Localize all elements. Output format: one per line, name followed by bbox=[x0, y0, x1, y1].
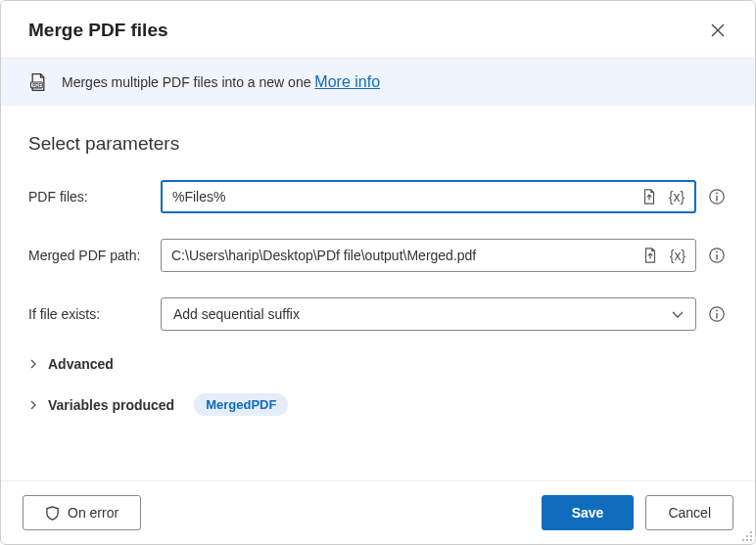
variables-label: Variables produced bbox=[48, 397, 174, 413]
info-icon bbox=[708, 188, 726, 205]
footer-right: Save Cancel bbox=[542, 495, 733, 530]
row-merged-path: Merged PDF path: {x} bbox=[28, 239, 728, 272]
file-arrow-icon bbox=[641, 247, 659, 264]
svg-point-9 bbox=[746, 535, 748, 537]
svg-point-8 bbox=[750, 531, 752, 533]
pdf-file-icon: PDF bbox=[28, 72, 48, 92]
if-exists-value: Add sequential suffix bbox=[162, 306, 670, 322]
banner-text-wrap: Merges multiple PDF files into a new one… bbox=[62, 73, 380, 91]
section-title: Select parameters bbox=[28, 133, 728, 155]
label-if-exists: If file exists: bbox=[28, 306, 161, 322]
variable-picker-button[interactable]: {x} bbox=[666, 244, 689, 267]
label-merged-path: Merged PDF path: bbox=[28, 248, 161, 263]
variable-icon: {x} bbox=[669, 189, 685, 204]
dialog-footer: On error Save Cancel bbox=[1, 480, 755, 544]
label-pdf-files: PDF files: bbox=[28, 189, 161, 204]
merge-pdf-dialog: Merge PDF files PDF Merges multiple PDF … bbox=[0, 0, 756, 545]
dialog-header: Merge PDF files bbox=[1, 1, 755, 59]
info-icon bbox=[708, 247, 726, 264]
variables-expander[interactable]: Variables produced MergedPDF bbox=[28, 393, 728, 416]
info-icon bbox=[708, 305, 726, 323]
chevron-right-icon bbox=[28, 400, 38, 410]
svg-point-7 bbox=[716, 310, 718, 312]
info-banner: PDF Merges multiple PDF files into a new… bbox=[1, 59, 755, 106]
svg-point-11 bbox=[742, 539, 744, 541]
info-button-merged-path[interactable] bbox=[706, 245, 728, 266]
variable-icon: {x} bbox=[670, 248, 685, 263]
variable-picker-button[interactable]: {x} bbox=[665, 185, 688, 208]
input-wrap-merged-path: {x} bbox=[161, 239, 696, 272]
cancel-button[interactable]: Cancel bbox=[645, 495, 733, 530]
svg-point-10 bbox=[750, 535, 752, 537]
merged-path-input[interactable] bbox=[162, 240, 638, 271]
dialog-title: Merge PDF files bbox=[28, 20, 168, 41]
on-error-button[interactable]: On error bbox=[23, 495, 141, 530]
dialog-body: Select parameters PDF files: {x} Merge bbox=[1, 106, 755, 480]
svg-point-12 bbox=[746, 539, 748, 541]
info-button-pdf-files[interactable] bbox=[706, 186, 728, 207]
file-picker-button[interactable] bbox=[638, 185, 661, 208]
pdf-files-input[interactable] bbox=[163, 182, 638, 211]
variable-chip[interactable]: MergedPDF bbox=[194, 393, 288, 416]
row-if-exists: If file exists: Add sequential suffix bbox=[28, 297, 728, 331]
chevron-down-icon bbox=[670, 306, 685, 322]
input-actions-merged-path: {x} bbox=[638, 244, 695, 267]
more-info-link[interactable]: More info bbox=[314, 73, 380, 90]
file-picker-button[interactable] bbox=[638, 244, 662, 267]
advanced-label: Advanced bbox=[48, 356, 114, 372]
file-arrow-icon bbox=[640, 188, 658, 205]
svg-text:PDF: PDF bbox=[32, 83, 41, 88]
shield-icon bbox=[45, 506, 60, 521]
svg-point-13 bbox=[750, 539, 752, 541]
svg-point-3 bbox=[716, 193, 718, 195]
input-actions-pdf-files: {x} bbox=[638, 185, 694, 208]
info-button-if-exists[interactable] bbox=[706, 303, 728, 325]
if-exists-select[interactable]: Add sequential suffix bbox=[161, 297, 696, 331]
input-wrap-pdf-files: {x} bbox=[161, 180, 696, 213]
chevron-right-icon bbox=[28, 359, 38, 369]
advanced-expander[interactable]: Advanced bbox=[28, 356, 728, 372]
on-error-label: On error bbox=[68, 505, 118, 521]
svg-point-5 bbox=[716, 251, 718, 253]
banner-text: Merges multiple PDF files into a new one bbox=[62, 74, 314, 90]
close-button[interactable] bbox=[704, 17, 732, 44]
resize-grip-icon[interactable] bbox=[741, 530, 753, 542]
save-button[interactable]: Save bbox=[542, 495, 635, 530]
row-pdf-files: PDF files: {x} bbox=[28, 180, 728, 213]
close-icon bbox=[711, 23, 725, 37]
